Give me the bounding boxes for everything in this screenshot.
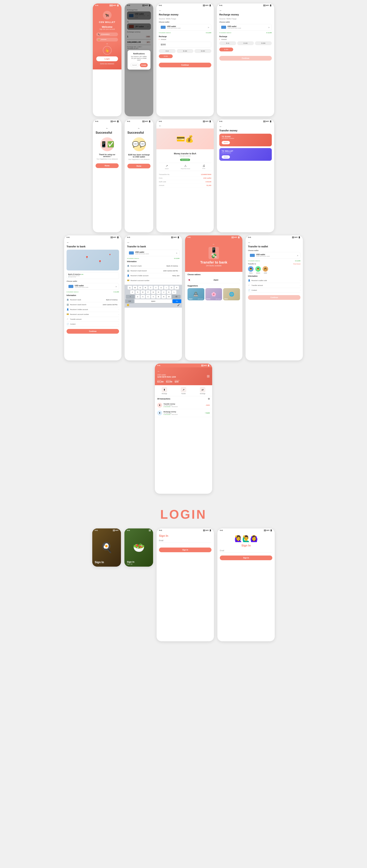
tb1-wallet-card[interactable]: USD wallet 1234 5678 9102 2449 ▶ — [66, 283, 119, 290]
find-friend-link[interactable]: Find friend — [293, 263, 301, 265]
email-input[interactable] — [159, 538, 211, 543]
key-m[interactable]: M — [167, 295, 171, 299]
key-go[interactable]: Go — [173, 299, 181, 303]
key-n[interactable]: N — [162, 295, 166, 299]
key-a[interactable]: A — [130, 290, 135, 294]
login-button[interactable]: Login — [96, 56, 118, 61]
continue-button-recharge[interactable]: Continue — [159, 63, 211, 67]
quick-10-2[interactable]: $ 10 — [219, 41, 236, 45]
key-123[interactable]: 123 — [125, 299, 134, 303]
key-b[interactable]: B — [156, 295, 161, 299]
key-o[interactable]: O — [169, 286, 174, 289]
key-j[interactable]: J — [162, 290, 166, 294]
back-arrow-tw[interactable]: ← — [248, 241, 251, 244]
back-arrow-success-2[interactable]: ← — [138, 127, 140, 130]
key-w[interactable]: W — [133, 286, 137, 289]
key-s[interactable]: S — [135, 290, 140, 294]
key-l[interactable]: L — [172, 290, 176, 294]
quick-300-2[interactable]: $ 300 — [219, 48, 233, 51]
quick-100[interactable]: $ 100 — [177, 49, 194, 53]
create-button[interactable]: Create — [140, 63, 148, 67]
back-arrow-usd[interactable]: ← — [157, 370, 160, 373]
key-shift[interactable]: ⇧ — [126, 295, 135, 299]
key-p[interactable]: P — [174, 286, 179, 289]
recharge-action[interactable]: ⬆ Recharge — [162, 387, 167, 394]
tbkb-holder-row[interactable]: 👤 Receiver's holder account Harry Jam — [127, 273, 179, 278]
phone-input[interactable]: 📞 0234449922 — [96, 32, 118, 36]
suggestion-other[interactable]: 🌐 Other — [223, 288, 240, 300]
usd-qr-icon[interactable]: ⊞ — [207, 374, 210, 378]
receivers-account-row-1[interactable]: 💳 Receiver's account number › — [66, 312, 119, 317]
password-input[interactable]: 🔒 •••••••••• — [96, 38, 118, 41]
friend-juliet[interactable]: 👩 Juliet — [262, 266, 268, 274]
back-arrow-tb1[interactable]: ← — [66, 241, 69, 244]
tx-item-1[interactable]: ⬇ Transfer money To: Harry James ● Succe… — [155, 401, 212, 409]
home-button-2[interactable]: Home — [128, 164, 150, 168]
transfer-amount-row-1[interactable]: ↗ Transfer amount › — [66, 317, 119, 322]
reported-action[interactable]: ⚠ Reported issue — [181, 164, 190, 169]
key-e[interactable]: E — [138, 286, 142, 289]
tw-content-row[interactable]: 📄 Content › — [248, 288, 301, 293]
tw-wallet-code-row[interactable]: 👤 Receiver's wallet code › — [248, 278, 301, 283]
link-label[interactable]: Link — [81, 274, 83, 275]
recharge-2-wallet[interactable]: USD wallet 1234 5678 9102 2446 ▶ — [219, 24, 272, 31]
key-space[interactable]: space — [135, 299, 172, 303]
fingerprint-icon[interactable]: 👆 — [103, 46, 112, 55]
key-h[interactable]: H — [156, 290, 161, 294]
recharge-wallet-card[interactable]: USD wallet 1234 5678 9102 2446 ▶ — [159, 24, 211, 31]
exchange-action[interactable]: ⇄ Exchange — [200, 387, 205, 394]
quick-10[interactable]: $ 10 — [159, 49, 176, 53]
quick-200[interactable]: $ 200 — [194, 49, 211, 53]
back-arrow-tbkb[interactable]: ← — [127, 241, 130, 244]
key-f[interactable]: F — [146, 290, 150, 294]
key-i[interactable]: I — [164, 286, 169, 289]
key-q[interactable]: Q — [128, 286, 132, 289]
key-v[interactable]: V — [151, 295, 156, 299]
bank-transfer-card[interactable]: TO BANK 244 Banks available Get In — [219, 134, 272, 146]
wallet-transfer-card[interactable]: TO WALLET Free to transfer Get In — [219, 148, 272, 161]
back-arrow-tx[interactable]: ← — [159, 124, 162, 127]
content-row-1[interactable]: 📄 Content › — [66, 322, 119, 327]
signin-form-button[interactable]: Sign In — [159, 548, 211, 552]
wallet-get-in-button[interactable]: Get In — [222, 155, 230, 159]
signin-illustration-button[interactable]: Sign In — [220, 556, 272, 560]
nation-row[interactable]: 🇯🇵 Japan › — [188, 277, 240, 283]
continue-button-tw[interactable]: Continue — [248, 295, 301, 300]
signin-email-input[interactable]: Email — [220, 549, 272, 553]
back-arrow-success-1[interactable]: ← — [106, 127, 109, 130]
tw-transfer-amount-row[interactable]: ↗ Transfer amount › — [248, 283, 301, 288]
amount-input[interactable]: $300 — [159, 42, 211, 48]
bank-get-in-button[interactable]: Get In — [222, 141, 230, 144]
transfer-action[interactable]: ↗ Transfer — [181, 387, 186, 394]
key-backspace[interactable]: ⌫ — [172, 295, 180, 299]
key-u[interactable]: U — [159, 286, 163, 289]
print-action[interactable]: 🖨 Print — [202, 164, 205, 169]
quick-200-2[interactable]: $ 200 — [255, 41, 272, 45]
friend-james[interactable]: 👨 James — [255, 266, 261, 274]
back-arrow-transfer-options[interactable]: ← — [219, 125, 222, 128]
receivers-bank-row-1[interactable]: 🏦 Receiver's bank Bank of America › — [66, 298, 119, 302]
receivers-branch-row-1[interactable]: 🏢 Receiver's bank branch 1640 Camino Del… — [66, 302, 119, 307]
quick-300[interactable]: $ 300 — [159, 54, 173, 58]
emoji-key[interactable]: 😊 — [127, 304, 129, 306]
continue-button-recharge-2[interactable]: Continue — [219, 56, 272, 61]
home-button-1[interactable]: Home — [95, 163, 119, 168]
tx-item-2[interactable]: ⬆ Recharge money To: USD wallet ● Succes… — [155, 409, 212, 417]
mic-key[interactable]: 🎤 — [177, 304, 180, 306]
friend-harry[interactable]: 👦 Harry — [248, 266, 254, 274]
back-arrow-nations[interactable]: ← — [213, 243, 215, 246]
key-x[interactable]: X — [141, 295, 145, 299]
receivers-holder-row-1[interactable]: 👤 Receiver's holder account › — [66, 307, 119, 312]
tbkb-branch-row[interactable]: 🏢 Receiver's bank branch 1640 Camino Del… — [127, 268, 179, 273]
key-r[interactable]: R — [143, 286, 148, 289]
suggestion-korea[interactable]: 🌸 Korea 130 banks — [205, 288, 222, 300]
tbkb-wallet-card[interactable]: USD wallet 1234 5678 9102 2449 ▶ — [127, 250, 179, 256]
key-c[interactable]: C — [146, 295, 150, 299]
continue-button-tb1[interactable]: Continue — [66, 329, 119, 334]
back-arrow-recharge[interactable]: ← — [159, 9, 162, 12]
filter-icon[interactable]: ⊟ — [208, 398, 210, 400]
quick-100-2[interactable]: $ 100 — [237, 41, 254, 45]
suggestion-japan[interactable]: 🏯 Japan 106 banks — [188, 288, 204, 300]
forgot-password-link[interactable]: Forgot your password? — [96, 63, 118, 64]
tbkb-account-row[interactable]: 💳 Receiver's account number — [127, 278, 179, 283]
